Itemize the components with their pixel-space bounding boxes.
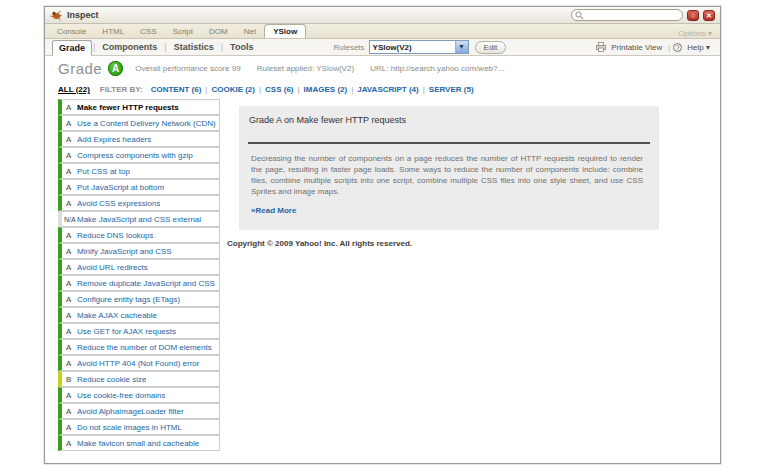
window-title: Inspect	[67, 10, 99, 20]
rule-label: Make JavaScript and CSS external	[77, 215, 201, 224]
rule-label: Do not scale images in HTML	[77, 423, 182, 432]
rule-label: Put JavaScript at bottom	[77, 183, 164, 192]
rule-item-put-css-at-top[interactable]: APut CSS at top	[58, 163, 220, 179]
rule-item-make-favicon-small-and-cacheable[interactable]: AMake favicon small and cacheable	[58, 435, 220, 451]
rule-label: Reduce the number of DOM elements	[77, 343, 212, 352]
rule-grade: A	[64, 311, 77, 320]
rule-item-avoid-url-redirects[interactable]: AAvoid URL redirects	[58, 259, 220, 275]
tab-components[interactable]: Components	[96, 40, 163, 54]
rule-grade: A	[64, 295, 77, 304]
rule-grade: A	[64, 183, 77, 192]
options-menu[interactable]: Options ▾	[678, 29, 716, 38]
rule-item-do-not-scale-images-in-html[interactable]: ADo not scale images in HTML	[58, 419, 220, 435]
rule-grade: A	[64, 151, 77, 160]
rule-label: Avoid URL redirects	[77, 263, 148, 272]
help-menu[interactable]: Help ▾	[687, 43, 710, 52]
toolbar-divider: |	[668, 43, 670, 52]
rule-label: Make AJAX cacheable	[77, 311, 157, 320]
ruleset-select[interactable]: YSlow(V2) ▼	[369, 40, 469, 54]
tab-grade[interactable]: Grade	[52, 40, 92, 56]
close-button[interactable]: ✕	[703, 10, 715, 21]
filter-link-cookie[interactable]: COOKIE (2)	[211, 85, 255, 94]
rule-grade: A	[64, 279, 77, 288]
rule-item-avoid-alphaimageloader-filter[interactable]: AAvoid AlphaImageLoader filter	[58, 403, 220, 419]
rule-item-avoid-http-404-not-found-error[interactable]: AAvoid HTTP 404 (Not Found) error	[58, 355, 220, 371]
grade-word: Grade	[58, 60, 102, 77]
filter-link-javascript[interactable]: JAVASCRIPT (4)	[357, 85, 419, 94]
rule-grade: A	[64, 263, 77, 272]
tab-statistics[interactable]: Statistics	[168, 40, 220, 54]
rule-grade: A	[64, 359, 77, 368]
rule-label: Avoid CSS expressions	[77, 199, 160, 208]
rule-item-make-fewer-http-requests[interactable]: AMake fewer HTTP requests	[58, 99, 220, 115]
rule-label: Put CSS at top	[77, 167, 130, 176]
firebug-tab-script[interactable]: Script	[165, 25, 201, 38]
rule-grade: A	[64, 407, 77, 416]
rules-list: AMake fewer HTTP requestsAUse a Content …	[58, 99, 220, 451]
read-more-link[interactable]: »Read More	[251, 206, 296, 215]
rule-label: Configure entity tags (ETags)	[77, 295, 180, 304]
rule-grade: A	[64, 439, 77, 448]
rule-label: Minify JavaScript and CSS	[77, 247, 172, 256]
filter-separator: |	[259, 85, 261, 94]
rule-item-reduce-dns-lookups[interactable]: AReduce DNS lookups	[58, 227, 220, 243]
yslow-toolbar: Grade|Components|Statistics|Tools Rulese…	[45, 39, 720, 56]
firebug-bug-icon[interactable]	[50, 10, 62, 21]
rule-item-add-expires-headers[interactable]: AAdd Expires headers	[58, 131, 220, 147]
filter-link-content[interactable]: CONTENT (6)	[151, 85, 202, 94]
filter-link-images[interactable]: IMAGES (2)	[304, 85, 348, 94]
rule-grade: A	[64, 103, 77, 112]
filter-all-link[interactable]: ALL (22)	[58, 85, 90, 94]
rule-label: Use cookie-free domains	[77, 391, 165, 400]
rule-item-remove-duplicate-javascript-and-css[interactable]: ARemove duplicate JavaScript and CSS	[58, 275, 220, 291]
search-input[interactable]	[584, 10, 674, 20]
printer-icon	[596, 42, 606, 52]
rule-item-reduce-the-number-of-dom-elements[interactable]: AReduce the number of DOM elements	[58, 339, 220, 355]
help-icon: ?	[673, 43, 682, 52]
rule-detail-panel: Grade A on Make fewer HTTP requests Decr…	[239, 106, 659, 230]
firebug-tab-dom[interactable]: DOM	[201, 25, 236, 38]
rule-grade: A	[64, 343, 77, 352]
filter-link-server[interactable]: SERVER (5)	[429, 85, 474, 94]
rule-item-use-get-for-ajax-requests[interactable]: AUse GET for AJAX requests	[58, 323, 220, 339]
rulesets-label: Rulesets	[333, 43, 364, 52]
firebug-tab-html[interactable]: HTML	[94, 25, 132, 38]
rule-label: Use GET for AJAX requests	[77, 327, 176, 336]
filter-link-css[interactable]: CSS (6)	[265, 85, 293, 94]
rule-grade: A	[64, 199, 77, 208]
printable-view-link[interactable]: Printable View	[611, 43, 662, 52]
filter-separator: |	[351, 85, 353, 94]
overall-grade-badge: A	[108, 61, 123, 76]
firebug-window: Inspect ○ ✕ ConsoleHTMLCSSScriptDOMNetYS…	[44, 6, 721, 464]
edit-ruleset-button[interactable]: Edit	[475, 41, 507, 54]
firebug-tab-net[interactable]: Net	[236, 25, 264, 38]
copyright-text: Copyright © 2009 Yahoo! Inc. All rights …	[227, 239, 412, 248]
rule-item-make-ajax-cacheable[interactable]: AMake AJAX cacheable	[58, 307, 220, 323]
titlebar: Inspect ○ ✕	[45, 7, 720, 24]
firebug-tab-css[interactable]: CSS	[132, 25, 164, 38]
rule-item-make-javascript-and-css-external[interactable]: N/AMake JavaScript and CSS external	[58, 211, 220, 227]
rule-item-avoid-css-expressions[interactable]: AAvoid CSS expressions	[58, 195, 220, 211]
overall-score-text: Overall performance score 99	[135, 64, 240, 73]
rule-item-use-a-content-delivery-network-cdn[interactable]: AUse a Content Delivery Network (CDN)	[58, 115, 220, 131]
filter-separator: |	[298, 85, 300, 94]
rule-item-configure-entity-tags-etags[interactable]: AConfigure entity tags (ETags)	[58, 291, 220, 307]
rule-item-put-javascript-at-bottom[interactable]: APut JavaScript at bottom	[58, 179, 220, 195]
tab-separator: |	[164, 42, 166, 52]
firebug-tabs: ConsoleHTMLCSSScriptDOMNetYSlow	[49, 24, 306, 38]
rule-item-minify-javascript-and-css[interactable]: AMinify JavaScript and CSS	[58, 243, 220, 259]
power-off-button[interactable]: ○	[687, 10, 699, 21]
firebug-tab-yslow[interactable]: YSlow	[264, 24, 306, 38]
tab-tools[interactable]: Tools	[224, 40, 259, 54]
chevron-down-icon: ▼	[455, 41, 468, 53]
rulesets-group: Rulesets YSlow(V2) ▼ Edit	[333, 40, 506, 54]
rule-item-reduce-cookie-size[interactable]: BReduce cookie size	[58, 371, 220, 387]
rule-item-compress-components-with-gzip[interactable]: ACompress components with gzip	[58, 147, 220, 163]
rule-label: Reduce cookie size	[77, 375, 146, 384]
rule-grade: A	[64, 135, 77, 144]
rule-item-use-cookie-free-domains[interactable]: AUse cookie-free domains	[58, 387, 220, 403]
page-background: Inspect ○ ✕ ConsoleHTMLCSSScriptDOMNetYS…	[0, 0, 768, 470]
rule-label: Make favicon small and cacheable	[77, 439, 199, 448]
firebug-tab-console[interactable]: Console	[49, 25, 94, 38]
search-box[interactable]	[571, 9, 683, 21]
